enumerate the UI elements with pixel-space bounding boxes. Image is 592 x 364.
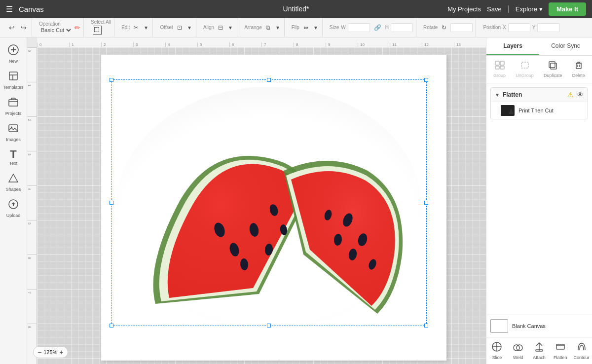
- svg-rect-5: [9, 125, 18, 132]
- slice-tool[interactable]: Slice: [486, 339, 508, 362]
- sidebar-item-new[interactable]: New: [1, 41, 25, 67]
- zoom-out-button[interactable]: −: [37, 348, 41, 356]
- ungroup-label: UnGroup: [516, 73, 534, 78]
- select-all-button[interactable]: [91, 25, 104, 36]
- edit-pencil-icon[interactable]: ✏: [74, 24, 80, 32]
- ruler-left: 0 1 2 3 4 5 6 7 8: [27, 47, 37, 364]
- arrange-button[interactable]: ⧉: [264, 23, 272, 32]
- h-label: H: [385, 25, 389, 30]
- canvas-content[interactable]: [37, 47, 486, 364]
- sidebar-item-images[interactable]: Images: [1, 120, 25, 145]
- doc-title: Untitled*: [283, 5, 309, 13]
- zoom-in-button[interactable]: +: [59, 348, 63, 356]
- flip-label: Flip: [292, 25, 299, 30]
- offset-button[interactable]: ⊡: [175, 23, 184, 32]
- sidebar-item-shapes[interactable]: Shapes: [1, 170, 25, 195]
- canvas-area[interactable]: 0 1 2 3 4 5 6 7 8 9 10 11 12 13 0 1 2: [27, 37, 486, 364]
- w-label: W: [341, 25, 345, 30]
- svg-rect-28: [549, 62, 555, 68]
- save-button[interactable]: Save: [487, 5, 502, 13]
- edit-button[interactable]: ✂: [132, 23, 141, 32]
- size-group: Size W 🔗 H: [327, 18, 416, 37]
- weld-tool[interactable]: Weld: [508, 339, 529, 362]
- align-button[interactable]: ⊟: [216, 23, 225, 32]
- duplicate-icon: [548, 61, 558, 72]
- svg-rect-3: [9, 72, 17, 80]
- group-action[interactable]: Group: [490, 59, 509, 80]
- ungroup-action[interactable]: UnGroup: [513, 59, 537, 80]
- layers-content: ▼ Flatten ⚠ 👁 Print Then Cut: [486, 83, 592, 315]
- blank-canvas-area: Blank Canvas: [486, 315, 592, 337]
- app-title: Canvas: [19, 5, 44, 13]
- x-input[interactable]: [508, 23, 530, 32]
- sidebar-item-images-label: Images: [6, 137, 21, 142]
- group-label: Group: [493, 73, 506, 78]
- delete-label: Delete: [572, 73, 585, 78]
- duplicate-action[interactable]: Duplicate: [541, 59, 565, 80]
- offset-dropdown[interactable]: ▾: [186, 23, 193, 32]
- panel-tabs: Layers Color Sync: [486, 37, 592, 56]
- width-input[interactable]: [348, 23, 370, 32]
- watermelon-image[interactable]: [111, 77, 432, 343]
- flip-dropdown[interactable]: ▾: [312, 23, 319, 32]
- make-it-button[interactable]: Make It: [549, 2, 586, 16]
- y-label: Y: [532, 25, 536, 30]
- contour-tool[interactable]: Contour: [571, 339, 592, 362]
- flip-button[interactable]: ⇔: [301, 23, 310, 32]
- my-projects-button[interactable]: My Projects: [447, 5, 481, 13]
- slice-icon: [491, 341, 502, 354]
- menu-icon[interactable]: ☰: [6, 4, 13, 14]
- arrange-dropdown[interactable]: ▾: [274, 23, 281, 32]
- lock-proportions-icon[interactable]: 🔗: [372, 23, 383, 32]
- undo-button[interactable]: ↩: [7, 23, 17, 33]
- flip-group: Flip ⇔ ▾: [289, 18, 323, 37]
- sidebar-item-projects[interactable]: Projects: [1, 94, 25, 119]
- plus-icon: [8, 44, 19, 58]
- rotate-input[interactable]: [450, 23, 473, 32]
- layer-name: Print Then Cut: [518, 108, 554, 113]
- height-input[interactable]: [391, 23, 413, 32]
- ruler-top: 0 1 2 3 4 5 6 7 8 9 10 11 12 13: [37, 37, 486, 47]
- align-dropdown[interactable]: ▾: [227, 23, 234, 32]
- attach-label: Attach: [533, 355, 546, 360]
- eye-icon[interactable]: 👁: [577, 91, 584, 99]
- offset-label: Offset: [160, 25, 173, 30]
- blank-canvas-thumbnail: [490, 319, 508, 333]
- svg-rect-25: [500, 66, 504, 69]
- attach-tool[interactable]: Attach: [529, 339, 550, 362]
- tab-layers[interactable]: Layers: [486, 37, 539, 55]
- operation-select[interactable]: Basic Cut: [39, 27, 73, 34]
- flatten-header[interactable]: ▼ Flatten ⚠ 👁: [491, 88, 588, 102]
- position-group: Position X Y: [480, 18, 562, 37]
- tab-color-sync[interactable]: Color Sync: [539, 37, 592, 55]
- flatten-tool[interactable]: Flatten: [550, 339, 571, 362]
- select-all-icon: [93, 26, 102, 35]
- redo-button[interactable]: ↪: [19, 23, 29, 33]
- group-icon: [495, 61, 505, 72]
- sidebar-item-templates-label: Templates: [3, 85, 23, 90]
- contour-icon: [576, 341, 587, 354]
- layer-thumbnail: [501, 105, 515, 116]
- explore-button[interactable]: Explore ▾: [516, 5, 543, 13]
- flatten-group: ▼ Flatten ⚠ 👁 Print Then Cut: [490, 87, 588, 119]
- sidebar-item-upload[interactable]: Upload: [1, 196, 25, 221]
- blank-canvas-text: Blank Canvas: [512, 323, 546, 329]
- right-controls: My Projects Save | Explore ▾ Make It: [447, 2, 586, 16]
- warning-icon[interactable]: ⚠: [567, 91, 574, 99]
- templates-icon: [8, 71, 19, 84]
- chevron-down-icon: ▾: [539, 5, 543, 13]
- shapes-icon: [8, 173, 19, 186]
- sidebar-item-text[interactable]: T Text: [1, 146, 25, 169]
- edit-group: Edit ✂ ▾: [118, 18, 153, 37]
- images-icon: [8, 123, 19, 136]
- y-input[interactable]: [537, 23, 559, 32]
- layer-item-print-then-cut[interactable]: Print Then Cut: [491, 102, 588, 119]
- align-group: Align ⊟ ▾: [200, 18, 237, 37]
- collapse-icon: ▼: [495, 92, 500, 98]
- slice-label: Slice: [492, 355, 502, 360]
- rotate-icon[interactable]: ↻: [440, 23, 448, 32]
- sidebar-item-templates[interactable]: Templates: [1, 68, 25, 93]
- sidebar-item-upload-label: Upload: [6, 213, 21, 218]
- delete-action[interactable]: Delete: [569, 59, 588, 80]
- edit-dropdown[interactable]: ▾: [143, 23, 149, 32]
